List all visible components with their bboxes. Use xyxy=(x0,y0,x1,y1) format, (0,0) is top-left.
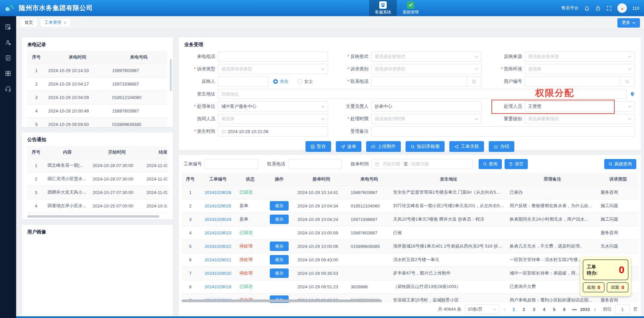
occur-time-picker[interactable]: 2024-10-29 10:21:08 xyxy=(218,126,328,136)
bell-icon[interactable] xyxy=(584,5,590,11)
prev-page-button[interactable]: ‹ xyxy=(503,307,506,312)
gender-radio-mr[interactable]: 先生 xyxy=(273,78,289,85)
address-field[interactable] xyxy=(218,89,626,99)
date-range-picker[interactable]: 开始日期 至 结束日期 xyxy=(372,159,473,169)
link-order-button[interactable]: 工单关联 xyxy=(449,141,484,152)
order-time: 2024-10-29 09:43:00 xyxy=(295,253,348,266)
reporter-field[interactable] xyxy=(218,76,268,87)
page-button[interactable]: 6 xyxy=(560,305,569,314)
dispatch-button[interactable]: 派单 xyxy=(336,141,361,152)
urge-button[interactable]: 催办 xyxy=(270,215,289,224)
nav-system-admin[interactable]: 系统管理 xyxy=(397,0,424,16)
user-no-input[interactable] xyxy=(528,79,617,84)
handle-limit-select[interactable]: 请选择处理时限 xyxy=(371,114,481,124)
more-button[interactable]: 更多 xyxy=(617,18,640,28)
page-size-select[interactable]: 20条/页 xyxy=(465,305,499,314)
page-button[interactable]: 2033 xyxy=(580,305,590,314)
user-no-field[interactable] xyxy=(525,76,620,87)
headset-icon[interactable] xyxy=(5,86,11,92)
search-icon[interactable] xyxy=(620,76,635,87)
goto-page-input[interactable] xyxy=(615,305,630,314)
lock-icon[interactable] xyxy=(595,5,601,11)
order-no-link[interactable]: 20241029022 xyxy=(204,244,231,249)
remark-field[interactable] xyxy=(371,126,635,136)
page-button[interactable]: 4 xyxy=(540,305,548,314)
status-badge: 已回访 xyxy=(239,230,253,235)
order-action-cell xyxy=(264,226,295,240)
order-no-link[interactable]: 20241029025 xyxy=(204,203,231,209)
clear-button[interactable]: 清空 xyxy=(505,159,528,169)
page-button[interactable]: 1 xyxy=(509,305,518,314)
call-phone-field[interactable] xyxy=(218,52,328,62)
chevron-down-icon xyxy=(632,22,636,24)
field-label: 发生地址 xyxy=(185,91,215,97)
order-no-link[interactable]: 20241029021 xyxy=(204,257,231,262)
gender-radio-ms[interactable]: 女士 xyxy=(297,78,313,85)
tab-close-icon[interactable]: × xyxy=(64,20,66,25)
order-phone: 15971936687 xyxy=(348,213,390,226)
tab-label: 工单受理 xyxy=(44,20,61,26)
apps-grid-icon[interactable] xyxy=(5,70,11,77)
header-actions: 售后平台 110 xyxy=(561,0,639,16)
urge-button[interactable]: 催办 xyxy=(270,255,289,264)
power-icon xyxy=(494,145,498,149)
cell: 2024-10-29 10:00:49 xyxy=(45,104,109,118)
address-input[interactable] xyxy=(221,92,623,97)
order-no-link[interactable]: 20241029020 xyxy=(204,271,231,276)
tab-home[interactable]: 首页 xyxy=(20,18,37,27)
co-staff-select[interactable]: 请选择 xyxy=(218,114,328,124)
appeal-category-select[interactable]: 请选择诉求类别 xyxy=(371,64,481,74)
reporter-input[interactable] xyxy=(221,79,265,84)
location-pin-icon[interactable] xyxy=(630,92,635,97)
user-avatar[interactable] xyxy=(617,3,627,13)
finish-button[interactable]: 办结 xyxy=(489,141,514,152)
urge-button[interactable]: 催办 xyxy=(270,201,289,211)
handle-unit-select[interactable]: 城中客户服务中心 xyxy=(218,101,328,112)
customer-star-icon[interactable] xyxy=(5,39,11,46)
call-records-panel: 来电记录 序号来电时间来电号码 12024-10-29 10:14:331589… xyxy=(22,37,173,127)
copy-icon[interactable] xyxy=(467,76,482,87)
query-button[interactable]: 查询 xyxy=(479,159,502,169)
call-phone-input[interactable] xyxy=(221,54,325,59)
urge-button[interactable]: 催办 xyxy=(270,268,289,278)
importance-select[interactable]: 请选择重要级别 xyxy=(525,114,635,124)
urge-button[interactable]: 催办 xyxy=(270,242,289,251)
order-no-link[interactable]: 20241029023 xyxy=(204,230,231,235)
main-leader-input[interactable] xyxy=(375,104,478,109)
reflect-form-select[interactable]: 请选择反映形式 xyxy=(371,52,481,62)
kb-search-button[interactable]: 知识库检索 xyxy=(406,141,445,152)
contact-phone-input[interactable] xyxy=(375,79,463,84)
horizontal-scrollbar-thumb[interactable] xyxy=(27,215,159,218)
business-env-select[interactable]: 请选择 xyxy=(525,64,635,74)
tab-work-order[interactable]: 工单受理 × xyxy=(40,18,71,27)
next-page-button[interactable]: › xyxy=(593,307,597,312)
order-no-search-input[interactable] xyxy=(204,159,258,169)
remark-input[interactable] xyxy=(375,129,632,134)
draft-button[interactable]: 暂存 xyxy=(305,141,331,152)
report-icon[interactable] xyxy=(5,55,11,61)
advanced-query-button[interactable]: 高级查询 xyxy=(604,159,636,169)
radio-dot xyxy=(273,79,278,84)
upload-button[interactable]: 上传附件 xyxy=(366,141,401,152)
order-no-link[interactable]: 20241029019 xyxy=(204,284,231,289)
nav-customer-service[interactable]: 客服系统 xyxy=(369,0,397,16)
appeal-type-select[interactable]: 请选择诉求类型 xyxy=(218,64,328,74)
main-leader-field[interactable] xyxy=(371,101,481,112)
fullscreen-icon[interactable] xyxy=(606,5,612,11)
handler-select[interactable]: 王赟赟 权限分配 xyxy=(525,101,635,112)
page-button[interactable]: 5 xyxy=(550,305,558,314)
vertical-scrollbar-thumb[interactable] xyxy=(170,59,172,91)
contact-phone-field[interactable] xyxy=(371,76,466,87)
after-sales-link[interactable]: 售后平台 xyxy=(561,5,579,11)
reflect-source-select[interactable]: 请选择反映来源 xyxy=(525,52,635,62)
page-button[interactable]: 2 xyxy=(519,305,528,314)
order-no-link[interactable]: 20241029026 xyxy=(204,190,231,195)
page-ellipsis[interactable]: ••• xyxy=(570,305,579,314)
order-doc-icon[interactable] xyxy=(5,24,11,30)
order-no-link[interactable]: 20241029024 xyxy=(204,217,231,222)
orders-horizontal-scrollbar-thumb[interactable] xyxy=(182,299,382,302)
phone-search-input[interactable] xyxy=(288,159,342,169)
tab-label: 首页 xyxy=(25,20,33,26)
more-label: 更多 xyxy=(622,20,630,26)
page-button[interactable]: 3 xyxy=(529,305,538,314)
